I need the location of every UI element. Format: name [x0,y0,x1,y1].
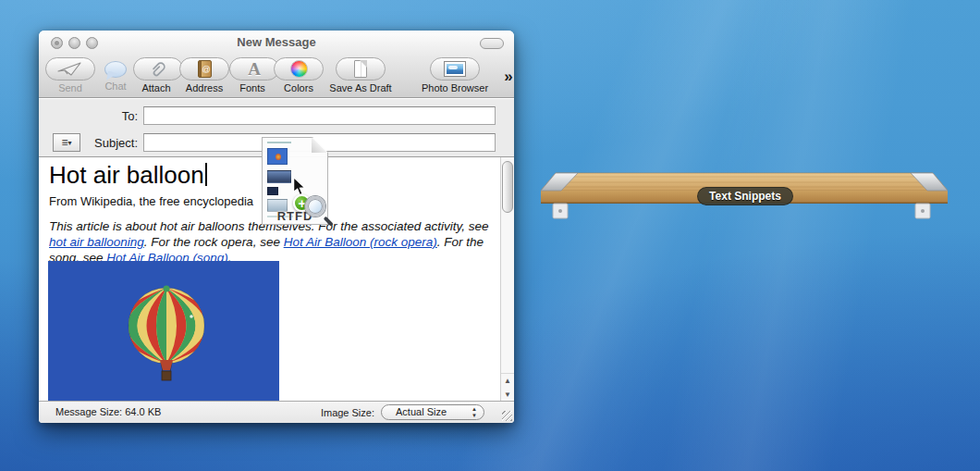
article-subheading: From Wikipedia, the free encyclopedia [49,194,253,208]
save-as-draft-button[interactable]: Save As Draft [320,57,401,93]
rtfd-drag-ghost[interactable]: RTFD + [262,137,336,234]
link-hot-air-ballooning[interactable]: hot air ballooning [49,235,144,249]
resize-grip[interactable] [502,411,512,421]
magnifier-icon [305,196,337,228]
speech-bubble-icon [104,61,127,78]
desktop: Text Snippets New Message Send [0,0,980,471]
to-field[interactable] [143,106,496,125]
shelf-left-bracket [553,204,568,218]
window-title: New Message [39,31,514,55]
hot-air-balloon-photo [48,261,279,401]
address-button[interactable]: Address [176,57,233,93]
window-chrome: New Message Send Chat [39,31,514,98]
colors-button[interactable]: Colors [272,57,325,93]
shelf-title-badge: Text Snippets [697,187,793,205]
scroll-up-button[interactable]: ▲ [501,374,514,388]
ghost-thumbnail-photo [267,170,291,183]
attach-button[interactable]: Attach [133,57,179,93]
toolbar-overflow-chevron-icon[interactable]: » [499,68,518,86]
chat-button: Chat [94,57,137,92]
titlebar[interactable]: New Message [39,31,514,55]
message-size-text: Message Size: 64.0 KB [55,402,161,423]
address-book-icon [198,60,212,78]
link-rock-opera[interactable]: Hot Air Balloon (rock opera) [284,235,437,249]
color-wheel-icon [290,60,308,78]
image-size-label: Image Size: [321,407,374,418]
scrollbar-thumb[interactable] [502,161,513,213]
image-size-dropdown[interactable]: Actual Size ▲▼ [381,404,484,420]
paper-plane-icon [45,57,95,81]
statusbar: Message Size: 64.0 KB Image Size: Actual… [39,401,514,423]
subject-label: Subject: [39,133,138,153]
to-label: To: [39,106,138,126]
photo-icon [444,61,466,77]
text-snippets-shelf[interactable]: Text Snippets [541,170,948,222]
toolbar-toggle-button[interactable] [480,38,504,49]
document-icon [354,60,367,78]
scrollbar[interactable]: ▲ ▼ [500,157,514,401]
scroll-down-button[interactable]: ▼ [501,388,514,401]
fonts-button[interactable]: A Fonts [229,57,276,93]
shelf-right-bracket [915,204,930,218]
stepper-arrows-icon: ▲▼ [472,406,477,419]
text-caret [205,163,207,186]
letter-a-icon: A [248,60,261,78]
article-heading: Hot air balloon [49,161,207,190]
toolbar: Send Chat Attach Address A [39,55,514,98]
ghost-thumbnail-small [267,187,278,195]
photo-browser-button[interactable]: Photo Browser [410,57,499,93]
send-button: Send [44,57,96,93]
ghost-thumbnail-balloon [267,148,288,165]
